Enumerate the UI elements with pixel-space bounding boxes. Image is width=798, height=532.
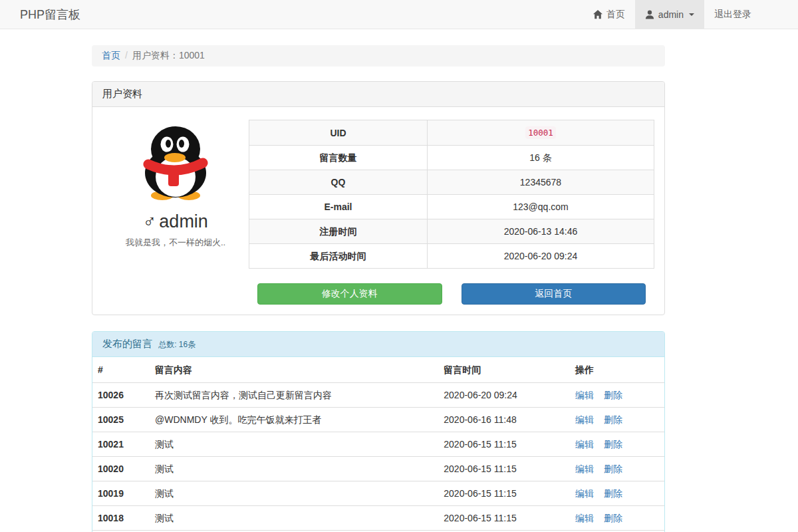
messages-panel: 发布的留言 总数: 16条 # 留言内容 留言时间 操作 10026 再次测试留… xyxy=(92,331,665,532)
table-row: 10019 测试 2020-06-15 11:15 编辑删除 xyxy=(92,481,664,506)
message-actions: 编辑删除 xyxy=(570,506,664,531)
message-time: 2020-06-16 11:48 xyxy=(438,408,570,432)
message-id: 10025 xyxy=(92,408,150,432)
message-content: 测试 xyxy=(150,481,438,506)
message-actions: 编辑删除 xyxy=(570,481,664,506)
table-row: 10018 测试 2020-06-15 11:15 编辑删除 xyxy=(92,506,664,531)
table-row: 10020 测试 2020-06-15 11:15 编辑删除 xyxy=(92,457,664,481)
profile-field-row: E-mail 123@qq.com xyxy=(249,195,654,219)
profile-panel: 用户资料 ♂admin xyxy=(92,81,665,315)
message-time: 2020-06-20 09:24 xyxy=(438,383,570,408)
column-header-id: # xyxy=(92,357,150,383)
field-value: 2020-06-13 14:46 xyxy=(427,219,654,244)
navbar: PHP留言板 首页 admin 退出登录 xyxy=(0,0,798,29)
breadcrumb: 首页/用户资料：10001 xyxy=(92,45,665,66)
field-value: 10001 xyxy=(427,120,654,146)
profile-info-table-body: UID 10001 留言数量 16 条 QQ 12345678 xyxy=(249,120,654,269)
navbar-right: 首页 admin 退出登录 xyxy=(583,0,761,29)
table-row: 10025 @WDNMDY 收到。吃完午饭就来打王者 2020-06-16 11… xyxy=(92,408,664,432)
breadcrumb-home-link[interactable]: 首页 xyxy=(102,50,120,61)
messages-table-header: # 留言内容 留言时间 操作 xyxy=(92,357,664,383)
delete-link[interactable]: 删除 xyxy=(604,464,622,474)
delete-link[interactable]: 删除 xyxy=(604,488,622,499)
profile-panel-title: 用户资料 xyxy=(92,82,664,107)
table-row: 10026 再次测试留言内容，测试自己更新留言内容 2020-06-20 09:… xyxy=(92,383,664,408)
breadcrumb-separator: / xyxy=(120,50,132,61)
user-icon xyxy=(645,10,654,19)
profile-actions: 修改个人资料 返回首页 xyxy=(249,283,654,305)
message-content: 测试 xyxy=(150,506,438,531)
nav-user-dropdown[interactable]: admin xyxy=(635,0,704,29)
field-value: 123@qq.com xyxy=(427,195,654,219)
message-actions: 编辑删除 xyxy=(570,408,664,432)
messages-panel-title: 发布的留言 xyxy=(102,338,152,349)
edit-profile-button[interactable]: 修改个人资料 xyxy=(257,283,442,305)
field-value: 16 条 xyxy=(427,146,654,170)
profile-field-row: 留言数量 16 条 xyxy=(249,146,654,170)
message-actions: 编辑删除 xyxy=(570,457,664,481)
edit-link[interactable]: 编辑 xyxy=(575,439,594,450)
profile-panel-body: ♂admin 我就是我，不一样的烟火.. UID 10001 xyxy=(92,107,664,315)
main-container: 首页/用户资料：10001 用户资料 xyxy=(92,45,665,532)
profile-details: UID 10001 留言数量 16 条 QQ 12345678 xyxy=(249,117,654,305)
table-row: 10021 测试 2020-06-15 11:15 编辑删除 xyxy=(92,432,664,457)
field-value: 2020-06-20 09:24 xyxy=(427,244,654,269)
profile-field-row: 注册时间 2020-06-13 14:46 xyxy=(249,219,654,244)
message-actions: 编辑删除 xyxy=(570,432,664,457)
delete-link[interactable]: 删除 xyxy=(604,414,622,425)
messages-total: 总数: 16条 xyxy=(158,340,196,349)
edit-link[interactable]: 编辑 xyxy=(575,513,594,523)
home-icon xyxy=(593,10,602,19)
field-label: 最后活动时间 xyxy=(249,244,428,269)
column-header-actions: 操作 xyxy=(570,357,664,383)
edit-link[interactable]: 编辑 xyxy=(575,390,594,400)
username: admin xyxy=(159,211,208,231)
profile-field-row: QQ 12345678 xyxy=(249,170,654,195)
profile-summary: ♂admin 我就是我，不一样的烟火.. xyxy=(102,117,249,305)
caret-down-icon xyxy=(689,13,694,16)
messages-table: # 留言内容 留言时间 操作 10026 再次测试留言内容，测试自己更新留言内容… xyxy=(92,357,664,532)
app-brand[interactable]: PHP留言板 xyxy=(0,0,90,29)
message-id: 10020 xyxy=(92,457,150,481)
field-label: 留言数量 xyxy=(249,146,428,170)
breadcrumb-current: 用户资料：10001 xyxy=(132,50,205,61)
field-label: UID xyxy=(249,120,428,146)
edit-link[interactable]: 编辑 xyxy=(575,488,594,499)
message-time: 2020-06-15 11:15 xyxy=(438,432,570,457)
profile-info-table: UID 10001 留言数量 16 条 QQ 12345678 xyxy=(249,120,654,269)
message-content: @WDNMDY 收到。吃完午饭就来打王者 xyxy=(150,408,438,432)
message-time: 2020-06-15 11:15 xyxy=(438,457,570,481)
message-id: 10019 xyxy=(92,481,150,506)
message-content: 再次测试留言内容，测试自己更新留言内容 xyxy=(150,383,438,408)
profile-signature: 我就是我，不一样的烟火.. xyxy=(102,237,249,249)
column-header-time: 留言时间 xyxy=(438,357,570,383)
nav-home-link[interactable]: 首页 xyxy=(583,0,635,29)
male-gender-icon: ♂ xyxy=(143,211,156,231)
column-header-content: 留言内容 xyxy=(150,357,438,383)
field-value: 12345678 xyxy=(427,170,654,195)
profile-field-row: UID 10001 xyxy=(249,120,654,146)
qq-penguin-avatar xyxy=(136,121,215,201)
message-time: 2020-06-15 11:15 xyxy=(438,506,570,531)
field-label: QQ xyxy=(249,170,428,195)
message-actions: 编辑删除 xyxy=(570,383,664,408)
field-label: E-mail xyxy=(249,195,428,219)
delete-link[interactable]: 删除 xyxy=(604,390,622,400)
messages-table-body: 10026 再次测试留言内容，测试自己更新留言内容 2020-06-20 09:… xyxy=(92,383,664,532)
edit-link[interactable]: 编辑 xyxy=(575,464,594,474)
message-content: 测试 xyxy=(150,457,438,481)
message-time: 2020-06-15 11:15 xyxy=(438,481,570,506)
nav-logout-link[interactable]: 退出登录 xyxy=(704,0,761,29)
message-id: 10026 xyxy=(92,383,150,408)
message-id: 10021 xyxy=(92,432,150,457)
field-label: 注册时间 xyxy=(249,219,428,244)
profile-field-row: 最后活动时间 2020-06-20 09:24 xyxy=(249,244,654,269)
profile-name: ♂admin xyxy=(102,211,249,232)
delete-link[interactable]: 删除 xyxy=(604,439,622,450)
message-id: 10018 xyxy=(92,506,150,531)
back-home-button[interactable]: 返回首页 xyxy=(462,283,646,305)
messages-panel-heading: 发布的留言 总数: 16条 xyxy=(92,332,664,357)
delete-link[interactable]: 删除 xyxy=(604,513,622,523)
message-content: 测试 xyxy=(150,432,438,457)
edit-link[interactable]: 编辑 xyxy=(575,414,594,425)
